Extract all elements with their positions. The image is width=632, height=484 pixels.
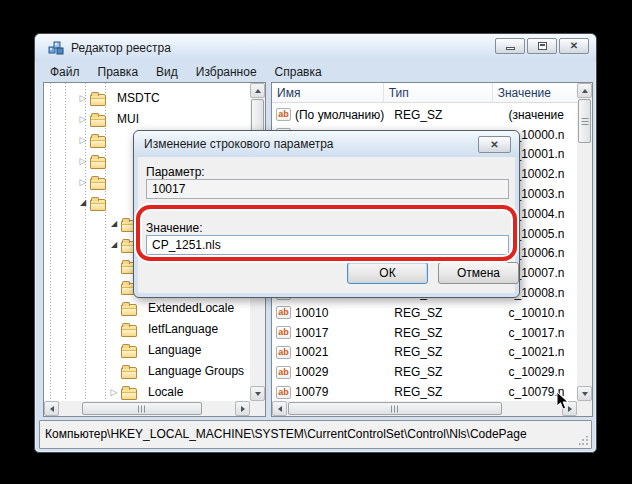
- value-type: REG_SZ: [389, 306, 503, 320]
- thumb-grip-icon: [581, 117, 588, 125]
- folder-icon: [121, 346, 137, 358]
- folder-icon: [90, 94, 106, 106]
- collapse-arrow-icon[interactable]: ◢: [77, 196, 89, 210]
- value-name: 10017: [295, 326, 328, 340]
- resize-grip-icon[interactable]: [579, 436, 589, 446]
- maximize-button[interactable]: [527, 38, 557, 54]
- reg-sz-type-icon: ab: [276, 108, 291, 121]
- list-header: ИмяТипЗначение: [272, 83, 577, 103]
- tree-item-label: Locale: [148, 385, 183, 399]
- scrollbar-thumb[interactable]: [82, 402, 202, 415]
- scroll-right-button[interactable]: [235, 401, 250, 416]
- minimize-icon: [506, 47, 515, 50]
- tree-item-label: MUI: [117, 112, 139, 126]
- tree-item-ietflanguage[interactable]: IetfLanguage: [44, 319, 250, 340]
- dialog-body: Параметр: 10017 Значение: CP_1251.nls ОК…: [138, 157, 515, 293]
- expand-arrow-icon[interactable]: ▷: [77, 91, 89, 105]
- tree-item-language[interactable]: Language: [44, 340, 250, 361]
- value-row-10029[interactable]: ab10029REG_SZc_10029.n: [272, 362, 577, 382]
- value-row-10021[interactable]: ab10021REG_SZc_10021.n: [272, 343, 577, 363]
- scroll-up-button[interactable]: [577, 83, 592, 98]
- tree-item-extendedlocale[interactable]: ExtendedLocale: [44, 298, 250, 319]
- dialog-close-button[interactable]: ✕: [478, 136, 511, 153]
- ok-button[interactable]: ОК: [347, 262, 428, 284]
- value-name: 10079: [295, 385, 328, 399]
- scroll-up-button[interactable]: [250, 83, 265, 98]
- menu-item-help[interactable]: Справка: [266, 63, 331, 81]
- tree-horizontal-scrollbar[interactable]: [44, 401, 250, 416]
- folder-icon: [90, 157, 106, 169]
- value-name: 10010: [295, 306, 328, 320]
- arrow-up-icon: [255, 86, 261, 93]
- dialog-title-bar[interactable]: Изменение строкового параметра: [134, 131, 519, 157]
- menu-item-file[interactable]: Файл: [41, 63, 89, 81]
- value-data: c_10017.n: [503, 326, 577, 340]
- tree-item-locale[interactable]: ▷Locale: [44, 382, 250, 401]
- scroll-left-button[interactable]: [272, 401, 287, 416]
- expand-arrow-icon[interactable]: ▷: [77, 154, 89, 168]
- list-horizontal-scrollbar[interactable]: [272, 401, 577, 416]
- tree-item-msdtc[interactable]: ▷MSDTC: [44, 88, 250, 109]
- menu-item-favorites[interactable]: Избранное: [187, 63, 266, 81]
- reg-sz-type-icon: ab: [276, 386, 291, 399]
- tree-item-label: Language Groups: [148, 364, 244, 378]
- reg-sz-type-icon: ab: [276, 326, 291, 339]
- mouse-cursor: [556, 391, 570, 411]
- column-header-[interactable]: Имя: [272, 83, 384, 102]
- value-label: Значение:: [146, 221, 203, 235]
- value-row-10010[interactable]: ab10010REG_SZc_10010.n: [272, 303, 577, 323]
- scrollbar-corner: [250, 401, 265, 416]
- param-field[interactable]: 10017: [146, 179, 509, 199]
- expand-arrow-icon[interactable]: ▷: [77, 175, 89, 189]
- menu-item-view[interactable]: Вид: [147, 63, 187, 81]
- value-type: REG_SZ: [389, 345, 503, 359]
- minimize-button[interactable]: [495, 38, 525, 54]
- registry-app-icon: [48, 40, 64, 56]
- value-type: REG_SZ: [389, 326, 503, 340]
- thumb-grip-icon: [138, 405, 146, 412]
- column-header-[interactable]: Значение: [493, 83, 577, 102]
- list-vertical-scrollbar[interactable]: [577, 83, 592, 401]
- scroll-down-button[interactable]: [250, 386, 265, 401]
- value-row-10079[interactable]: ab10079REG_SZc_10079.n: [272, 382, 577, 402]
- value-data: c_10029.n: [503, 365, 577, 379]
- window-controls: ✕: [495, 38, 589, 54]
- arrow-left-icon: [275, 406, 282, 412]
- arrow-left-icon: [47, 406, 54, 412]
- cancel-button[interactable]: Отмена: [438, 262, 519, 284]
- menu-bar: ФайлПравкаВидИзбранноеСправка: [39, 62, 592, 82]
- reg-sz-type-icon: ab: [276, 366, 291, 379]
- value-type: REG_SZ: [389, 365, 503, 379]
- window-title: Редактор реестра: [71, 41, 171, 55]
- value-row-10017[interactable]: ab10017REG_SZc_10017.n: [272, 323, 577, 343]
- expand-arrow-icon[interactable]: ▷: [77, 112, 89, 126]
- arrow-down-icon: [255, 392, 261, 399]
- tree-item-label: IetfLanguage: [148, 322, 218, 336]
- close-button[interactable]: ✕: [559, 38, 589, 54]
- scrollbar-thumb[interactable]: [288, 402, 502, 415]
- edit-string-dialog: Изменение строкового параметра ✕ Парамет…: [133, 130, 520, 298]
- value-name: 10029: [295, 365, 328, 379]
- folder-icon: [121, 304, 137, 316]
- value-data: c_10010.n: [503, 306, 577, 320]
- folder-icon: [121, 388, 137, 400]
- expand-arrow-icon[interactable]: ▷: [108, 385, 120, 399]
- scrollbar-thumb[interactable]: [578, 99, 591, 143]
- menu-item-edit[interactable]: Правка: [89, 63, 148, 81]
- folder-icon: [90, 115, 106, 127]
- value-row-row-0[interactable]: ab(По умолчанию)REG_SZ(значение: [272, 105, 577, 125]
- scroll-left-button[interactable]: [44, 401, 59, 416]
- collapse-arrow-icon[interactable]: ◢: [108, 217, 120, 231]
- column-header-[interactable]: Тип: [384, 83, 493, 102]
- value-name: (По умолчанию): [295, 108, 384, 122]
- tree-item-language-groups[interactable]: Language Groups: [44, 361, 250, 382]
- tree-item-mui[interactable]: ▷MUI: [44, 109, 250, 130]
- collapse-arrow-icon[interactable]: ◢: [108, 238, 120, 252]
- tree-item-label: MSDTC: [117, 91, 160, 105]
- value-input[interactable]: CP_1251.nls: [146, 235, 509, 255]
- expand-arrow-icon[interactable]: ▷: [77, 133, 89, 147]
- folder-icon: [90, 136, 106, 148]
- reg-sz-type-icon: ab: [276, 306, 291, 319]
- folder-icon: [121, 367, 137, 379]
- scroll-down-button[interactable]: [577, 386, 592, 401]
